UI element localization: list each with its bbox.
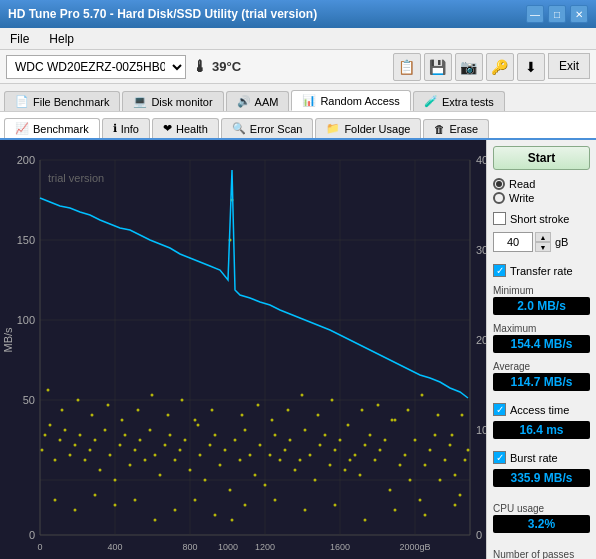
minimum-value: 2.0 MB/s (493, 297, 590, 315)
svg-point-75 (231, 519, 234, 522)
extra-tests-icon: 🧪 (424, 95, 438, 108)
svg-point-95 (329, 464, 332, 467)
svg-point-122 (464, 459, 467, 462)
svg-point-167 (424, 514, 427, 517)
tab-aam[interactable]: 🔊 AAM (226, 91, 290, 111)
cpu-usage-value: 3.2% (493, 515, 590, 533)
svg-text:100: 100 (17, 314, 35, 326)
sub-tab-info[interactable]: ℹ Info (102, 118, 150, 138)
sub-tab-health[interactable]: ❤ Health (152, 118, 219, 138)
svg-point-163 (304, 509, 307, 512)
spin-up-button[interactable]: ▲ (535, 232, 551, 242)
svg-text:0: 0 (476, 529, 482, 541)
maximize-button[interactable]: □ (548, 5, 566, 23)
svg-text:200: 200 (17, 154, 35, 166)
short-stroke-row[interactable]: Short stroke (493, 212, 590, 225)
svg-point-41 (74, 444, 77, 447)
svg-point-105 (379, 449, 382, 452)
spin-down-button[interactable]: ▼ (535, 242, 551, 252)
svg-point-116 (434, 434, 437, 437)
svg-point-123 (467, 449, 470, 452)
window-title: HD Tune Pro 5.70 - Hard Disk/SSD Utility… (8, 7, 317, 21)
svg-text:30: 30 (476, 244, 486, 256)
menu-help[interactable]: Help (43, 30, 80, 48)
toolbar-btn-4[interactable]: 🔑 (486, 53, 514, 81)
svg-point-91 (309, 454, 312, 457)
svg-point-55 (144, 459, 147, 462)
tab-extra-tests[interactable]: 🧪 Extra tests (413, 91, 505, 111)
burst-rate-value: 335.9 MB/s (493, 469, 590, 487)
svg-point-100 (354, 454, 357, 457)
spin-row: ▲ ▼ gB (493, 232, 590, 252)
svg-point-79 (249, 454, 252, 457)
svg-point-132 (167, 414, 170, 417)
svg-point-70 (219, 464, 222, 467)
sub-tab-benchmark[interactable]: 📈 Benchmark (4, 118, 100, 138)
svg-text:0: 0 (29, 529, 35, 541)
svg-point-64 (189, 469, 192, 472)
exit-button[interactable]: Exit (548, 53, 590, 79)
access-time-checkbox[interactable]: ✓ (493, 403, 506, 416)
svg-point-131 (151, 394, 154, 397)
tab-disk-monitor[interactable]: 💻 Disk monitor (122, 91, 223, 111)
menu-file[interactable]: File (4, 30, 35, 48)
short-stroke-checkbox[interactable] (493, 212, 506, 225)
toolbar-btn-3[interactable]: 📷 (455, 53, 483, 81)
svg-point-127 (91, 414, 94, 417)
svg-point-114 (424, 464, 427, 467)
svg-point-52 (129, 464, 132, 467)
radio-write-circle (493, 192, 505, 204)
svg-point-115 (429, 449, 432, 452)
burst-rate-checkbox[interactable]: ✓ (493, 451, 506, 464)
toolbar-btn-5[interactable]: ⬇ (517, 53, 545, 81)
toolbar-btn-2[interactable]: 💾 (424, 53, 452, 81)
svg-point-160 (214, 514, 217, 517)
close-button[interactable]: ✕ (570, 5, 588, 23)
svg-point-61 (174, 459, 177, 462)
svg-point-118 (444, 459, 447, 462)
random-access-icon: 📊 (302, 94, 316, 107)
transfer-rate-checkbox[interactable]: ✓ (493, 264, 506, 277)
burst-rate-row[interactable]: ✓ Burst rate (493, 451, 590, 464)
svg-point-137 (257, 404, 260, 407)
svg-point-42 (79, 434, 82, 437)
sub-tabs: 📈 Benchmark ℹ Info ❤ Health 🔍 Error Scan… (0, 112, 596, 140)
svg-point-99 (349, 459, 352, 462)
transfer-rate-row[interactable]: ✓ Transfer rate (493, 264, 590, 277)
sub-tab-erase[interactable]: 🗑 Erase (423, 119, 489, 138)
svg-point-81 (259, 444, 262, 447)
disk-selector[interactable]: WDC WD20EZRZ-00Z5HB0 (2000 gB) (6, 55, 186, 79)
minimize-button[interactable]: — (526, 5, 544, 23)
svg-point-143 (347, 424, 350, 427)
svg-point-136 (241, 414, 244, 417)
svg-point-58 (159, 474, 162, 477)
aam-icon: 🔊 (237, 95, 251, 108)
tab-file-benchmark[interactable]: 📄 File Benchmark (4, 91, 120, 111)
svg-point-83 (269, 454, 272, 457)
radio-read[interactable]: Read (493, 178, 590, 190)
transfer-maximum-section: Maximum 154.4 MB/s (493, 321, 590, 353)
spin-input[interactable] (493, 232, 533, 252)
svg-text:0: 0 (37, 542, 42, 552)
svg-text:2000gB: 2000gB (399, 542, 430, 552)
svg-point-68 (209, 444, 212, 447)
svg-point-130 (137, 409, 140, 412)
svg-text:50: 50 (23, 394, 35, 406)
svg-point-96 (334, 449, 337, 452)
svg-point-135 (211, 409, 214, 412)
access-time-row[interactable]: ✓ Access time (493, 403, 590, 416)
svg-point-109 (399, 464, 402, 467)
svg-point-112 (414, 439, 417, 442)
radio-write[interactable]: Write (493, 192, 590, 204)
benchmark-icon: 📈 (15, 122, 29, 135)
svg-text:40: 40 (476, 154, 486, 166)
start-button[interactable]: Start (493, 146, 590, 170)
sub-tab-folder-usage[interactable]: 📁 Folder Usage (315, 118, 421, 138)
sub-tab-error-scan[interactable]: 🔍 Error Scan (221, 118, 314, 138)
svg-point-85 (279, 459, 282, 462)
svg-point-146 (391, 419, 394, 422)
svg-point-151 (461, 414, 464, 417)
toolbar-btn-1[interactable]: 📋 (393, 53, 421, 81)
tab-random-access[interactable]: 📊 Random Access (291, 90, 410, 111)
svg-point-94 (324, 434, 327, 437)
